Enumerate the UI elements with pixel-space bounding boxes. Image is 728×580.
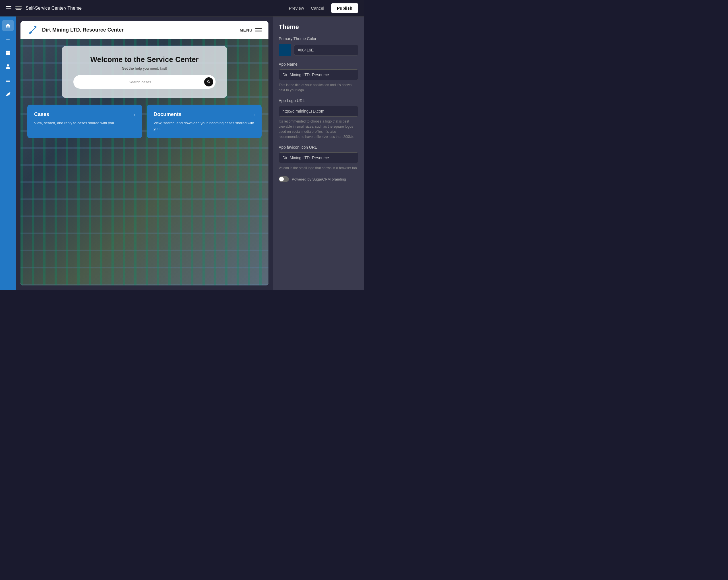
preview-link[interactable]: Preview [289, 6, 304, 10]
plant-icon [5, 91, 11, 97]
menu-lines-icon [255, 28, 262, 32]
sidebar-item-grid[interactable] [2, 47, 14, 58]
home-icon [5, 23, 11, 28]
search-icon [207, 80, 211, 84]
add-icon [5, 36, 11, 42]
app-favicon-url-input[interactable] [279, 152, 358, 163]
color-swatch[interactable] [279, 44, 291, 56]
top-nav-left: Self-Service Center/ Theme [6, 6, 289, 11]
list-icon [5, 77, 11, 83]
app-name-helper: This is the title of your application an… [279, 82, 358, 93]
app-name-label: App Name [279, 62, 358, 67]
user-icon [5, 64, 11, 69]
powered-by-label: Powered by SugarCRM branding [292, 177, 346, 181]
sidebar-item-plant[interactable] [2, 88, 14, 100]
top-nav-right: Preview Cancel Publish [289, 3, 358, 13]
menu-label: MENU [240, 28, 253, 32]
panel-title: Theme [279, 23, 358, 31]
search-placeholder: Search cases [78, 80, 202, 84]
sidebar-item-home[interactable] [2, 20, 14, 31]
sidebar [0, 17, 16, 290]
search-bar: Search cases [73, 75, 215, 89]
preview-frame: Dirt Mining LTD. Resource Center MENU We… [21, 21, 268, 286]
sidebar-item-add[interactable] [2, 33, 14, 45]
app-logo-url-section: App Logo URL It's recommended to choose … [279, 98, 358, 139]
app-favicon-url-section: App favicon icon URL Vaicon is the small… [279, 145, 358, 170]
documents-card-description: View, search, and download your incoming… [154, 120, 255, 131]
brand-logo-icon [27, 24, 39, 36]
primary-theme-color-section: Primary Theme Color [279, 36, 358, 56]
color-hex-input[interactable] [294, 45, 358, 55]
preview-header-logo: Dirt Mining LTD. Resource Center [27, 24, 124, 36]
app-logo-url-helper: It's recommended to choose a logo that i… [279, 119, 358, 139]
grid-icon [5, 50, 11, 56]
powered-by-row: Powered by SugarCRM branding [279, 176, 358, 182]
documents-card-title: Documents [154, 111, 255, 117]
app-favicon-url-label: App favicon icon URL [279, 145, 358, 150]
app-logo-url-input[interactable] [279, 106, 358, 116]
preview-menu: MENU [240, 28, 262, 32]
cancel-link[interactable]: Cancel [311, 6, 324, 10]
hero-title: Welcome to the Service Center [73, 55, 215, 64]
powered-by-toggle[interactable] [279, 176, 289, 182]
sidebar-item-user[interactable] [2, 61, 14, 72]
documents-arrow-icon: → [250, 111, 256, 118]
sidebar-item-list[interactable] [2, 75, 14, 86]
preview-area: Dirt Mining LTD. Resource Center MENU We… [16, 17, 273, 290]
search-button[interactable] [204, 77, 213, 86]
preview-hero: Welcome to the Service Center Get the he… [62, 46, 227, 98]
app-logo-icon [15, 6, 22, 10]
app-logo-url-label: App Logo URL [279, 98, 358, 103]
publish-button[interactable]: Publish [331, 3, 358, 13]
top-nav: Self-Service Center/ Theme Preview Cance… [0, 0, 364, 17]
primary-theme-color-label: Primary Theme Color [279, 36, 358, 41]
cases-card: → Cases View, search, and reply to cases… [27, 105, 142, 138]
hero-subtitle: Get the help you need, fast! [73, 66, 215, 71]
hamburger-menu-icon[interactable] [6, 6, 11, 10]
preview-cards: → Cases View, search, and reply to cases… [21, 105, 268, 145]
page-title: Self-Service Center/ Theme [26, 6, 82, 11]
preview-header: Dirt Mining LTD. Resource Center MENU [21, 21, 268, 39]
app-name-input[interactable] [279, 69, 358, 80]
cases-card-title: Cases [34, 111, 135, 117]
app-favicon-url-helper: Vaicon is the small logo that shows in a… [279, 165, 358, 170]
main-layout: Dirt Mining LTD. Resource Center MENU We… [0, 17, 364, 290]
documents-card: → Documents View, search, and download y… [147, 105, 262, 138]
cases-card-description: View, search, and reply to cases shared … [34, 120, 135, 126]
right-panel: Theme Primary Theme Color App Name This … [273, 17, 364, 290]
color-row [279, 44, 358, 56]
preview-brand-name: Dirt Mining LTD. Resource Center [42, 27, 124, 33]
cases-arrow-icon: → [131, 111, 136, 118]
app-name-section: App Name This is the title of your appli… [279, 62, 358, 93]
preview-body: Welcome to the Service Center Get the he… [21, 39, 268, 286]
